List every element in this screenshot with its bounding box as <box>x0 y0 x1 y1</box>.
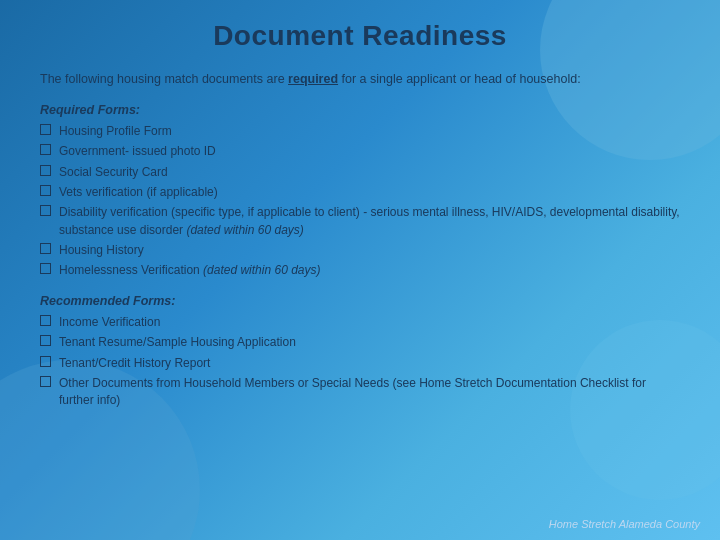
list-item: Vets verification (if applicable) <box>40 184 680 201</box>
intro-text-after: for a single applicant or head of househ… <box>338 72 581 86</box>
page-title: Document Readiness <box>40 20 680 52</box>
intro-text-before: The following housing match documents ar… <box>40 72 288 86</box>
checkbox-icon <box>40 124 51 135</box>
list-item: Disability verification (specific type, … <box>40 204 680 239</box>
list-item: Housing History <box>40 242 680 259</box>
list-item: Tenant Resume/Sample Housing Application <box>40 334 680 351</box>
checkbox-icon <box>40 243 51 254</box>
required-section-label: Required Forms: <box>40 103 680 117</box>
required-forms-list: Housing Profile Form Government- issued … <box>40 123 680 280</box>
main-content: Document Readiness The following housing… <box>0 0 720 434</box>
checkbox-icon <box>40 185 51 196</box>
item-text: Housing Profile Form <box>59 123 680 140</box>
list-item: Income Verification <box>40 314 680 331</box>
checkbox-icon <box>40 205 51 216</box>
checkbox-icon <box>40 144 51 155</box>
checkbox-icon <box>40 376 51 387</box>
recommended-section-label: Recommended Forms: <box>40 294 680 308</box>
list-item: Government- issued photo ID <box>40 143 680 160</box>
checkbox-icon <box>40 335 51 346</box>
list-item: Social Security Card <box>40 164 680 181</box>
item-text: Vets verification (if applicable) <box>59 184 680 201</box>
background: Document Readiness The following housing… <box>0 0 720 540</box>
item-text: Tenant/Credit History Report <box>59 355 680 372</box>
list-item: Housing Profile Form <box>40 123 680 140</box>
checkbox-icon <box>40 356 51 367</box>
item-text: Social Security Card <box>59 164 680 181</box>
item-text: Income Verification <box>59 314 680 331</box>
list-item: Tenant/Credit History Report <box>40 355 680 372</box>
recommended-forms-list: Income Verification Tenant Resume/Sample… <box>40 314 680 410</box>
item-text: Homelessness Verification (dated within … <box>59 262 680 279</box>
required-word: required <box>288 72 338 86</box>
checkbox-icon <box>40 315 51 326</box>
item-text: Government- issued photo ID <box>59 143 680 160</box>
item-text: Other Documents from Household Members o… <box>59 375 680 410</box>
checkbox-icon <box>40 165 51 176</box>
list-item: Other Documents from Household Members o… <box>40 375 680 410</box>
item-text: Tenant Resume/Sample Housing Application <box>59 334 680 351</box>
checkbox-icon <box>40 263 51 274</box>
item-text: Housing History <box>59 242 680 259</box>
list-item: Homelessness Verification (dated within … <box>40 262 680 279</box>
intro-paragraph: The following housing match documents ar… <box>40 70 680 89</box>
item-text: Disability verification (specific type, … <box>59 204 680 239</box>
footer-credit: Home Stretch Alameda County <box>549 518 700 530</box>
